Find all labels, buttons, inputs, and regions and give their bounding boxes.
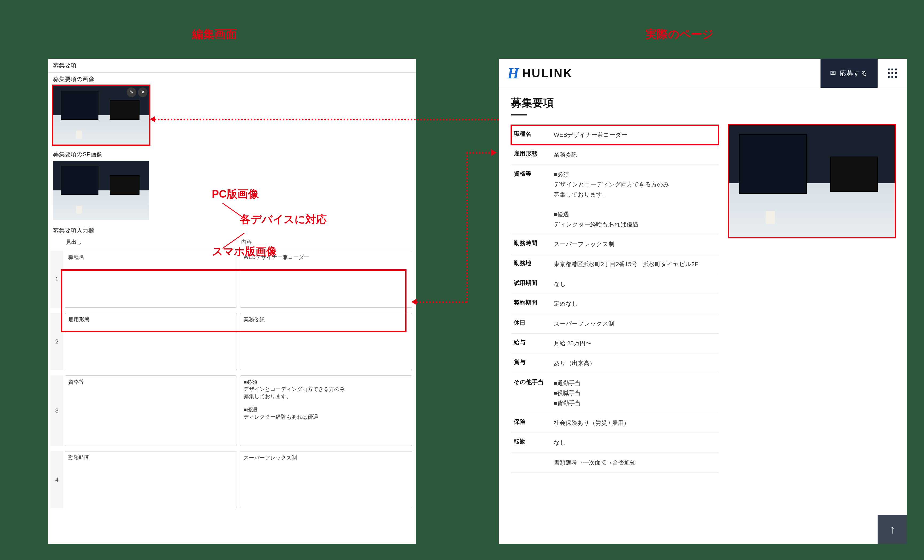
detail-row: 試用期間なし	[511, 274, 718, 294]
detail-row: 資格等■必須デザインとコーディング両方できる方のみ募集しております。■優遇ディレ…	[511, 165, 718, 234]
table-row: 3	[50, 373, 414, 449]
detail-value: ■必須デザインとコーディング両方できる方のみ募集しております。■優遇ディレクター…	[554, 169, 716, 229]
table-row: 4	[50, 449, 414, 511]
detail-value: 月給 25万円〜	[554, 338, 716, 348]
detail-value: スーパーフレックス制	[554, 319, 716, 328]
preview-title: 実際のページ	[645, 27, 714, 42]
detail-key: 給与	[514, 338, 554, 346]
grid-menu-icon	[888, 69, 897, 78]
detail-key: 資格等	[514, 169, 554, 178]
section-title: 募集要項	[511, 96, 895, 114]
detail-row: 勤務時間スーパーフレックス制	[511, 234, 718, 254]
row-index: 2	[50, 313, 63, 370]
editor-panel-title: 募集要項	[48, 59, 416, 73]
content-input[interactable]	[240, 451, 412, 508]
connector-line	[416, 301, 467, 303]
annotation-sp-image: スマホ版画像	[212, 244, 277, 259]
detail-key: 勤務時間	[514, 239, 554, 247]
detail-row: 勤務地東京都港区浜松町2丁目2番15号 浜松町ダイヤビル2F	[511, 255, 718, 274]
sp-image-upload[interactable]	[53, 161, 149, 220]
row-index: 1	[50, 251, 63, 308]
detail-value: スーパーフレックス制	[554, 239, 716, 249]
detail-value: なし	[554, 437, 716, 448]
arrowhead-icon	[411, 299, 417, 305]
heading-input[interactable]	[65, 451, 237, 508]
pencil-icon: ✎	[130, 89, 134, 95]
annotation-device-support: 各デバイスに対応	[240, 212, 327, 227]
detail-row: 休日スーパーフレックス制	[511, 314, 718, 334]
editor-body: 募集要項の画像 ✎ ✕ 募集要項のSP画像 募集要項入力欄 見出し 内容	[48, 73, 416, 544]
pc-image-label: 募集要項の画像	[48, 73, 416, 85]
detail-key: 休日	[514, 319, 554, 327]
sp-image-thumbnail	[53, 161, 149, 220]
preview-panel: H HULINK ✉ 応募する 募集要項 職種名WEBデザイナー兼コーダー雇用形…	[499, 59, 907, 544]
detail-row: 保険社会保険あり（労災 / 雇用）	[511, 413, 718, 433]
arrowhead-icon	[150, 116, 155, 123]
row-index: 4	[50, 451, 63, 508]
content-input[interactable]	[240, 313, 412, 370]
detail-key: 保険	[514, 418, 554, 426]
detail-value: ■通勤手当■役職手当■皆勤手当	[554, 378, 716, 408]
detail-value: 社会保険あり（労災 / 雇用）	[554, 418, 716, 428]
detail-row: その他手当■通勤手当■役職手当■皆勤手当	[511, 373, 718, 413]
row-index: 3	[50, 376, 63, 446]
preview-hero-image	[729, 125, 895, 237]
arrowhead-icon	[491, 149, 496, 156]
detail-value: 定めなし	[554, 299, 716, 308]
content-input[interactable]	[240, 376, 412, 446]
connector-line	[466, 152, 493, 154]
annotation-pc-image: PC版画像	[212, 187, 259, 201]
logo-mark-icon: H	[507, 65, 519, 82]
detail-row: 賞与あり（出来高）	[511, 353, 718, 373]
content-input[interactable]	[240, 251, 412, 308]
pc-image-upload[interactable]: ✎ ✕	[53, 86, 149, 145]
detail-key: 試用期間	[514, 279, 554, 287]
sp-image-label: 募集要項のSP画像	[48, 148, 416, 160]
details-list: 職種名WEBデザイナー兼コーダー雇用形態業務委託資格等■必須デザインとコーディン…	[511, 125, 718, 473]
editor-panel: 募集要項 募集要項の画像 ✎ ✕ 募集要項のSP画像 募集要項入力欄 見出し 内…	[48, 59, 416, 544]
detail-key: 雇用形態	[514, 150, 554, 157]
brand-logo[interactable]: H HULINK	[507, 65, 573, 82]
apply-button[interactable]: ✉ 応募する	[820, 59, 878, 88]
detail-key: 職種名	[514, 130, 554, 138]
detail-value: WEBデザイナー兼コーダー	[554, 130, 716, 140]
remove-image-button[interactable]: ✕	[138, 87, 147, 97]
editor-title: 編集画面	[192, 27, 237, 42]
detail-row: 雇用形態業務委託	[511, 145, 718, 165]
editor-table: 見出し 内容 1 2 3 4	[48, 236, 416, 511]
detail-key: 賞与	[514, 358, 554, 366]
edit-image-button[interactable]: ✎	[127, 87, 136, 97]
heading-input[interactable]	[65, 313, 237, 370]
heading-input[interactable]	[65, 251, 237, 308]
arrow-up-icon: ↑	[890, 523, 895, 536]
preview-body: 募集要項 職種名WEBデザイナー兼コーダー雇用形態業務委託資格等■必須デザインと…	[499, 88, 907, 480]
close-icon: ✕	[141, 89, 145, 95]
detail-value: 東京都港区浜松町2丁目2番15号 浜松町ダイヤビル2F	[554, 259, 716, 269]
preview-header: H HULINK ✉ 応募する	[499, 59, 907, 88]
apply-button-label: 応募する	[840, 69, 868, 78]
detail-row: 転勤なし	[511, 433, 718, 452]
detail-key: その他手当	[514, 378, 554, 386]
detail-row: 書類選考→一次面接→合否通知	[511, 453, 718, 473]
brand-name: HULINK	[522, 67, 573, 80]
detail-row: 契約期間定めなし	[511, 294, 718, 314]
detail-key: 勤務地	[514, 259, 554, 267]
connector-line	[466, 152, 468, 302]
table-section-label: 募集要項入力欄	[48, 223, 416, 236]
menu-button[interactable]	[878, 59, 907, 88]
detail-row: 職種名WEBデザイナー兼コーダー	[511, 125, 718, 145]
detail-value: 業務委託	[554, 150, 716, 159]
mail-icon: ✉	[830, 69, 837, 77]
detail-value: あり（出来高）	[554, 358, 716, 368]
detail-key: 契約期間	[514, 299, 554, 307]
detail-row: 給与月給 25万円〜	[511, 334, 718, 353]
detail-key: 転勤	[514, 437, 554, 446]
heading-input[interactable]	[65, 376, 237, 446]
table-row: 2	[50, 310, 414, 373]
detail-value: 書類選考→一次面接→合否通知	[554, 458, 716, 467]
detail-value: なし	[554, 279, 716, 289]
title-underline	[511, 114, 527, 115]
scroll-to-top-button[interactable]: ↑	[878, 515, 907, 544]
